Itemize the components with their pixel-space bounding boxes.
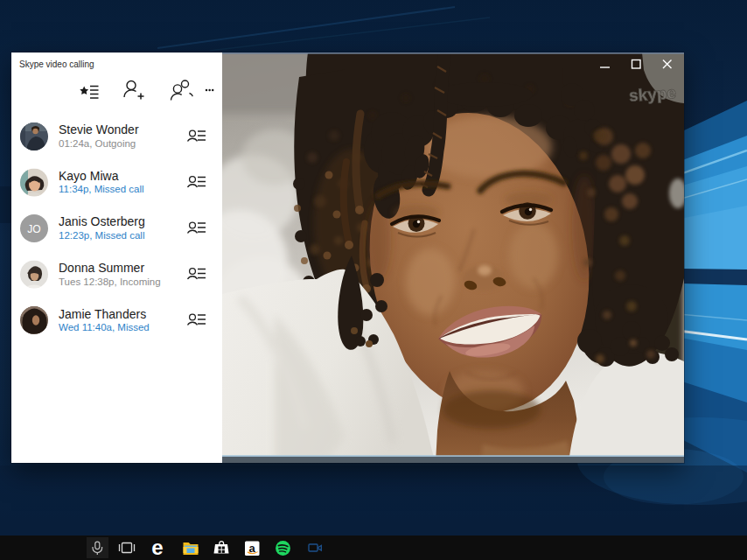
svg-text:a: a [249,542,256,555]
svg-text:e: e [151,536,163,559]
svg-text:skype: skype [628,83,676,105]
svg-text:JO: JO [27,223,40,235]
